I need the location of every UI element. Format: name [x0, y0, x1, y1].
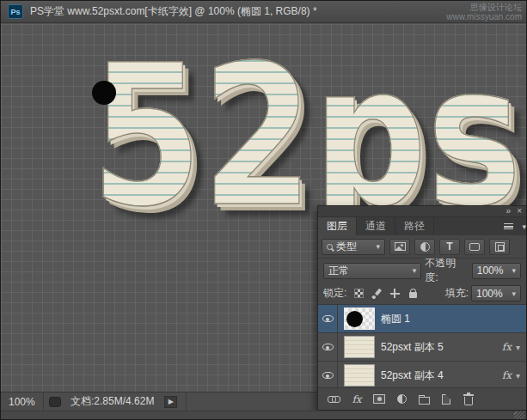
add-layer-mask-button[interactable] — [373, 394, 385, 404]
delete-layer-button[interactable] — [463, 393, 475, 405]
mask-icon — [373, 394, 385, 404]
close-panel-icon[interactable]: × — [517, 207, 522, 216]
layer-name: 52psxt 副本 4 — [381, 368, 444, 383]
fx-badge: fx — [502, 369, 512, 381]
new-layer-icon — [442, 394, 450, 405]
blend-mode-dropdown[interactable]: 正常 ▾ — [323, 263, 421, 279]
ps-app-icon: Ps — [8, 4, 23, 19]
panel-bottom-bar: fx — [318, 387, 526, 410]
panel-menu-icon — [504, 223, 513, 229]
filter-smart-objects-button[interactable] — [489, 239, 510, 255]
layer-thumbnail[interactable] — [344, 364, 375, 387]
panel-menu-button[interactable]: ▾ — [504, 217, 526, 235]
chevron-down-icon: ▾ — [512, 266, 516, 275]
fill-value: 100% — [476, 288, 503, 300]
smart-object-icon — [495, 242, 505, 252]
transparency-checker-icon — [354, 289, 364, 298]
trash-icon — [464, 397, 473, 405]
image-icon — [395, 242, 406, 251]
filter-adjustment-layers-button[interactable] — [414, 239, 435, 255]
title-bar[interactable]: Ps PS学堂 www.52psxt.com[卡纸字效] @ 100% (椭圆 … — [1, 1, 526, 23]
move-icon — [390, 289, 400, 298]
layer-style-badge: fx ▾ — [502, 341, 526, 353]
tab-layers[interactable]: 图层 — [318, 217, 357, 235]
chevron-down-icon: ▾ — [512, 289, 516, 298]
layer-name: 52psxt 副本 5 — [381, 340, 444, 355]
layer-list: 椭圆 1 52psxt 副本 5 fx ▾ 52psxt 副本 4 — [318, 305, 526, 387]
tab-paths[interactable]: 路径 — [395, 217, 434, 235]
eye-icon — [322, 344, 334, 350]
lock-label: 锁定: — [323, 286, 346, 301]
layer-row-52psxt-copy-5[interactable]: 52psxt 副本 5 fx ▾ — [318, 333, 526, 362]
fx-icon: fx — [352, 393, 361, 405]
zoom-field[interactable]: 100% — [1, 393, 44, 411]
fill-label: 填充: — [445, 286, 469, 301]
new-group-button[interactable] — [418, 394, 430, 405]
black-ellipse-shape — [92, 81, 116, 105]
eye-icon — [322, 315, 334, 322]
new-adjustment-layer-button[interactable] — [395, 394, 408, 404]
link-layers-button[interactable] — [328, 396, 340, 402]
eye-icon — [322, 372, 334, 379]
tab-channels[interactable]: 通道 — [357, 217, 395, 235]
visibility-toggle[interactable] — [318, 305, 338, 332]
lock-all-button[interactable] — [405, 286, 420, 301]
layer-row-ellipse-1[interactable]: 椭圆 1 — [318, 305, 526, 333]
window-title: PS学堂 www.52psxt.com[卡纸字效] @ 100% (椭圆 1, … — [30, 4, 317, 19]
chevron-down-icon: ▾ — [413, 266, 417, 275]
lock-position-button[interactable] — [387, 286, 402, 301]
collapse-panel-icon[interactable]: » — [506, 207, 512, 216]
filter-kind-dropdown[interactable]: 类型 ▾ — [322, 239, 385, 255]
lock-row: 锁定: 填充: 100% ▾ — [318, 283, 526, 305]
adjustment-icon — [397, 394, 407, 404]
filter-kind-label: 类型 — [336, 240, 357, 254]
link-icon — [328, 396, 340, 402]
panel-tab-bar: 图层 通道 路径 ▾ — [318, 217, 526, 235]
filter-pixel-layers-button[interactable] — [389, 239, 410, 255]
adjustment-icon — [420, 242, 430, 252]
shape-icon — [469, 243, 480, 251]
brush-icon — [371, 289, 382, 299]
opacity-value: 100% — [477, 265, 504, 277]
add-layer-style-button[interactable]: fx — [351, 393, 363, 405]
fill-dropdown[interactable]: 100% ▾ — [471, 285, 521, 301]
blend-mode-row: 正常 ▾ 不透明度: 100% ▾ — [318, 259, 526, 283]
filter-type-layers-button[interactable]: T — [439, 239, 460, 255]
chevron-down-icon: ▾ — [522, 222, 526, 231]
layer-name: 椭圆 1 — [381, 312, 410, 326]
opacity-dropdown[interactable]: 100% ▾ — [472, 263, 521, 279]
layer-thumbnail[interactable] — [344, 307, 375, 330]
layers-panel: » × 图层 通道 路径 ▾ 类型 ▾ T — [317, 205, 527, 411]
lock-transparency-button[interactable] — [351, 286, 366, 301]
chevron-down-icon[interactable]: ▾ — [516, 343, 520, 352]
layer-row-52psxt-copy-4[interactable]: 52psxt 副本 4 fx ▾ — [318, 362, 526, 387]
chevron-down-icon[interactable]: ▾ — [516, 371, 520, 380]
document-size-info: 文档:2.85M/4.62M — [67, 394, 157, 409]
resize-grip[interactable] — [514, 411, 524, 419]
blend-mode-value: 正常 — [328, 264, 349, 278]
filter-shape-layers-button[interactable] — [464, 239, 485, 255]
status-divider — [186, 393, 187, 411]
folder-icon — [419, 397, 430, 405]
status-menu-arrow-button[interactable]: ▶ — [164, 396, 177, 408]
search-icon — [327, 244, 333, 250]
visibility-toggle[interactable] — [318, 333, 338, 361]
lock-icon — [409, 292, 417, 298]
panel-drag-bar[interactable]: » × — [318, 206, 526, 217]
fx-badge: fx — [502, 341, 512, 353]
layer-style-badge: fx ▾ — [502, 369, 526, 381]
visibility-toggle[interactable] — [318, 362, 338, 387]
lock-pixels-button[interactable] — [369, 286, 384, 301]
photoshop-document-window: Ps PS学堂 www.52psxt.com[卡纸字效] @ 100% (椭圆 … — [0, 0, 527, 420]
layer-thumbnail[interactable] — [344, 336, 375, 358]
tab-spacer — [434, 217, 504, 235]
chevron-down-icon: ▾ — [376, 242, 380, 251]
type-tool-icon: T — [446, 241, 452, 252]
opacity-label: 不透明度: — [425, 256, 468, 285]
status-icon — [49, 397, 61, 407]
new-layer-button[interactable] — [440, 394, 452, 405]
layer-filter-row: 类型 ▾ T — [318, 235, 526, 259]
window-bottom-strip — [1, 411, 526, 420]
